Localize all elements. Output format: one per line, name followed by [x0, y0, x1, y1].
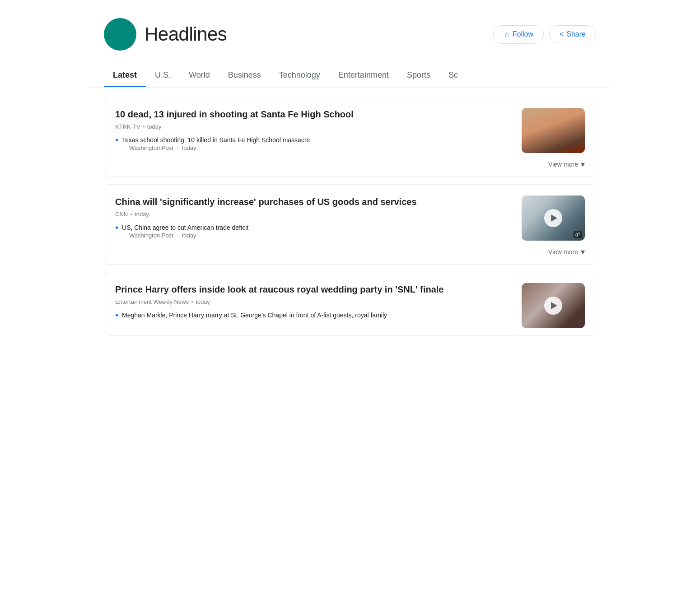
sub-headline[interactable]: Texas school shooting: 10 killed in Sant… — [122, 136, 310, 144]
news-time: today — [196, 298, 210, 305]
news-headline[interactable]: Prince Harry offers inside look at rauco… — [115, 283, 513, 296]
dot-separator — [131, 214, 132, 215]
chevron-down-icon: ▾ — [581, 159, 585, 169]
tab-technology[interactable]: Technology — [270, 64, 329, 88]
news-card-text: Prince Harry offers inside look at rauco… — [115, 283, 513, 320]
sub-headline[interactable]: Meghan Markle, Prince Harry marry at St.… — [122, 312, 387, 319]
header-left: Headlines — [104, 18, 227, 51]
news-card-content: 10 dead, 13 injured in shooting at Santa… — [115, 108, 585, 153]
news-thumbnail — [522, 283, 585, 328]
follow-label: Follow — [513, 30, 533, 38]
news-source: Entertainment Weekly News today — [115, 298, 513, 305]
news-sub-list: • US, China agree to cut American trade … — [115, 224, 513, 239]
news-sub-item: • Meghan Markle, Prince Harry marry at S… — [115, 312, 513, 320]
tab-entertainment[interactable]: Entertainment — [329, 64, 398, 88]
news-list: 10 dead, 13 injured in shooting at Santa… — [90, 88, 610, 345]
tab-latest[interactable]: Latest — [104, 64, 146, 88]
chevron-down-icon: ▾ — [581, 247, 585, 257]
source-name: Entertainment Weekly News — [115, 298, 189, 305]
dot-separator — [143, 126, 145, 127]
view-more-button[interactable]: View more ▾ — [115, 159, 585, 169]
news-time: today — [147, 123, 162, 130]
category-tabs: Latest U.S. World Business Technology En… — [90, 64, 610, 88]
news-sub-item: • US, China agree to cut American trade … — [115, 224, 513, 239]
page-header: Headlines ☆ Follow < Share — [90, 9, 610, 55]
sub-headline[interactable]: US, China agree to cut American trade de… — [122, 224, 248, 231]
news-thumbnail: g? — [522, 195, 585, 241]
source-name: KTRK-TV — [115, 123, 140, 130]
bullet-icon: • — [115, 311, 118, 320]
bullet-icon: • — [115, 223, 118, 232]
news-headline[interactable]: China will 'significantly increase' purc… — [115, 195, 513, 208]
view-more-button[interactable]: View more ▾ — [115, 247, 585, 257]
sub-source: Washington Post · today — [129, 232, 248, 239]
news-card-text: China will 'significantly increase' purc… — [115, 195, 513, 239]
news-card: Prince Harry offers inside look at rauco… — [104, 272, 596, 336]
share-button[interactable]: < Share — [549, 25, 596, 43]
star-icon: ☆ — [504, 30, 510, 39]
news-card-content: Prince Harry offers inside look at rauco… — [115, 283, 585, 328]
news-card-content: China will 'significantly increase' purc… — [115, 195, 585, 241]
source-name: CNN — [115, 211, 128, 218]
news-time: today — [135, 211, 149, 218]
thumbnail-image: g? — [522, 195, 585, 241]
sub-source: Washington Post · today — [129, 144, 310, 151]
tab-world[interactable]: World — [180, 64, 219, 88]
play-icon[interactable] — [544, 297, 562, 315]
play-triangle — [551, 302, 557, 309]
share-icon: < — [560, 30, 564, 38]
news-sub-list: • Texas school shooting: 10 killed in Sa… — [115, 136, 513, 151]
tab-sports[interactable]: Sports — [398, 64, 439, 88]
sub-item-text: US, China agree to cut American trade de… — [122, 224, 248, 239]
news-card-text: 10 dead, 13 injured in shooting at Santa… — [115, 108, 513, 151]
tab-science[interactable]: Sc — [439, 64, 467, 88]
bullet-icon: • — [115, 135, 118, 144]
news-source: KTRK-TV today — [115, 123, 513, 130]
header-actions: ☆ Follow < Share — [493, 25, 596, 44]
view-more-label: View more — [548, 248, 578, 256]
thumbnail-image — [522, 108, 585, 153]
play-triangle — [551, 214, 557, 222]
page-title: Headlines — [145, 23, 227, 45]
headlines-logo — [104, 18, 136, 51]
sub-item-text: Meghan Markle, Prince Harry marry at St.… — [122, 312, 387, 319]
play-icon[interactable] — [544, 209, 562, 227]
news-sub-item: • Texas school shooting: 10 killed in Sa… — [115, 136, 513, 151]
news-headline[interactable]: 10 dead, 13 injured in shooting at Santa… — [115, 108, 513, 121]
news-card: 10 dead, 13 injured in shooting at Santa… — [104, 97, 596, 177]
sub-item-text: Texas school shooting: 10 killed in Sant… — [122, 136, 310, 151]
view-more-label: View more — [548, 161, 578, 168]
news-sub-list: • Meghan Markle, Prince Harry marry at S… — [115, 312, 513, 320]
thumbnail-image — [522, 283, 585, 328]
tab-us[interactable]: U.S. — [146, 64, 180, 88]
news-source: CNN today — [115, 211, 513, 218]
share-label: Share — [566, 30, 586, 38]
dot-separator — [191, 301, 193, 302]
news-thumbnail — [522, 108, 585, 153]
tab-business[interactable]: Business — [219, 64, 270, 88]
news-card: China will 'significantly increase' purc… — [104, 184, 596, 265]
follow-button[interactable]: ☆ Follow — [493, 25, 544, 44]
video-label: g? — [574, 231, 582, 238]
